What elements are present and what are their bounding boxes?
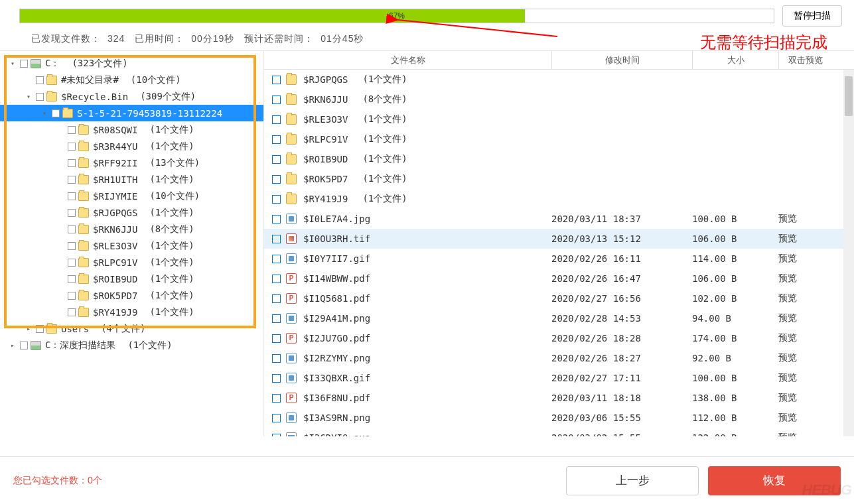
list-scrollbar[interactable] bbox=[843, 70, 854, 436]
col-preview[interactable]: 双击预览 bbox=[779, 51, 854, 69]
tree-checkbox[interactable] bbox=[52, 109, 60, 117]
tree-item[interactable]: $RJGPQGS(1个文件) bbox=[0, 204, 263, 221]
file-row[interactable]: $I1Q5681.pdf2020/02/27 16:56102.00 B预览 bbox=[264, 288, 854, 308]
tree-item[interactable]: $RKN6JJU(8个文件) bbox=[0, 221, 263, 237]
file-checkbox[interactable] bbox=[272, 275, 281, 283]
tree-item[interactable]: $RH1UITH(1个文件) bbox=[0, 171, 263, 188]
file-checkbox[interactable] bbox=[272, 354, 281, 363]
expander-icon[interactable]: ▸ bbox=[8, 342, 17, 349]
tree-item[interactable]: $RIJYMIE(10个文件) bbox=[0, 188, 263, 204]
tree-checkbox[interactable] bbox=[36, 325, 44, 333]
preview-link[interactable]: 预览 bbox=[778, 432, 854, 436]
file-row[interactable]: $I29A41M.png2020/02/28 14:5394.00 B预览 bbox=[264, 308, 854, 328]
col-size[interactable]: 大小 bbox=[693, 51, 779, 69]
file-row[interactable]: $RKN6JJU(8个文件) bbox=[264, 90, 854, 109]
file-checkbox[interactable] bbox=[272, 255, 281, 263]
preview-link[interactable]: 预览 bbox=[778, 372, 854, 384]
preview-link[interactable]: 预览 bbox=[778, 273, 854, 284]
tree-checkbox[interactable] bbox=[68, 126, 76, 134]
file-row[interactable]: $I0OU3RH.tif2020/03/13 15:12106.00 B预览 bbox=[264, 229, 854, 249]
file-row[interactable]: $ROIB9UD(1个文件) bbox=[264, 149, 854, 169]
file-checkbox[interactable] bbox=[272, 115, 281, 124]
tree-checkbox[interactable] bbox=[68, 209, 76, 217]
file-row[interactable]: $I2JU7GO.pdf2020/02/26 18:28174.00 B预览 bbox=[264, 328, 854, 348]
file-row[interactable]: $I3CDYI0.exe2020/03/02 15:55122.00 B预览 bbox=[264, 428, 854, 436]
tree-checkbox[interactable] bbox=[20, 342, 28, 349]
preview-link[interactable]: 预览 bbox=[778, 292, 854, 304]
tree-checkbox[interactable] bbox=[20, 60, 28, 68]
tree-checkbox[interactable] bbox=[36, 76, 44, 84]
tree-item[interactable]: $RLE3O3V(1个文件) bbox=[0, 237, 263, 254]
file-checkbox[interactable] bbox=[272, 374, 281, 383]
file-row[interactable]: $I0Y7II7.gif2020/02/26 16:11114.00 B预览 bbox=[264, 249, 854, 269]
tree-item[interactable]: ▾S-1-5-21-79453819-13112224 bbox=[0, 105, 263, 121]
file-row[interactable]: $ROK5PD7(1个文件) bbox=[264, 169, 854, 189]
preview-link[interactable]: 预览 bbox=[778, 392, 854, 404]
tree-checkbox[interactable] bbox=[68, 176, 76, 184]
tree-item[interactable]: ▸C：深度扫描结果(1个文件) bbox=[0, 337, 263, 353]
file-checkbox[interactable] bbox=[272, 175, 281, 184]
tree-checkbox[interactable] bbox=[68, 143, 76, 151]
tree-item[interactable]: ▸Users(4个文件) bbox=[0, 320, 263, 337]
file-row[interactable]: $RLE3O3V(1个文件) bbox=[264, 109, 854, 129]
file-checkbox[interactable] bbox=[272, 95, 281, 104]
preview-link[interactable]: 预览 bbox=[778, 412, 854, 424]
expander-icon[interactable]: ▸ bbox=[24, 325, 33, 332]
expander-icon[interactable]: ▾ bbox=[24, 93, 33, 100]
file-checkbox[interactable] bbox=[272, 76, 281, 84]
pdf-icon bbox=[286, 273, 297, 284]
preview-link[interactable]: 预览 bbox=[778, 253, 854, 265]
tree-checkbox[interactable] bbox=[36, 93, 44, 101]
file-row[interactable]: $RJGPQGS(1个文件) bbox=[264, 70, 854, 90]
file-row[interactable]: $I0LE7A4.jpg2020/03/11 18:37100.00 B预览 bbox=[264, 209, 854, 229]
col-date[interactable]: 修改时间 bbox=[552, 51, 693, 69]
file-checkbox[interactable] bbox=[272, 414, 281, 422]
tree-checkbox[interactable] bbox=[68, 275, 76, 283]
previous-button[interactable]: 上一步 bbox=[566, 466, 699, 495]
file-checkbox[interactable] bbox=[272, 294, 281, 303]
tree-checkbox[interactable] bbox=[68, 292, 76, 300]
tree-item[interactable]: $RY419J9(1个文件) bbox=[0, 304, 263, 320]
file-checkbox[interactable] bbox=[272, 155, 281, 164]
tree-checkbox[interactable] bbox=[68, 192, 76, 200]
tree-item[interactable]: $R3R44YU(1个文件) bbox=[0, 138, 263, 155]
tree-checkbox[interactable] bbox=[68, 259, 76, 267]
preview-link[interactable]: 预览 bbox=[778, 352, 854, 364]
file-row[interactable]: $RLPC91V(1个文件) bbox=[264, 129, 854, 149]
file-row[interactable]: $I36F8NU.pdf2020/03/11 18:18138.00 B预览 bbox=[264, 388, 854, 408]
file-checkbox[interactable] bbox=[272, 434, 281, 437]
tree-checkbox[interactable] bbox=[68, 308, 76, 316]
file-row[interactable]: $I3AS9RN.png2020/03/06 15:55112.00 B预览 bbox=[264, 408, 854, 428]
tree-item[interactable]: $R08SQWI(1个文件) bbox=[0, 121, 263, 138]
tree-item[interactable]: ▾C：(323个文件) bbox=[0, 55, 263, 72]
tree-item[interactable]: $ROK5PD7(1个文件) bbox=[0, 287, 263, 304]
file-checkbox[interactable] bbox=[272, 394, 281, 403]
scroll-thumb[interactable] bbox=[845, 76, 853, 116]
expander-icon[interactable]: ▾ bbox=[8, 60, 17, 67]
preview-link[interactable]: 预览 bbox=[778, 312, 854, 324]
pause-scan-button[interactable]: 暂停扫描 bbox=[782, 5, 842, 27]
tree-checkbox[interactable] bbox=[68, 242, 76, 250]
preview-link[interactable]: 预览 bbox=[778, 332, 854, 344]
tree-item[interactable]: $RFF92II(13个文件) bbox=[0, 155, 263, 171]
file-checkbox[interactable] bbox=[272, 334, 281, 343]
expander-icon[interactable]: ▾ bbox=[40, 109, 49, 117]
file-row[interactable]: $I14WBWW.pdf2020/02/26 16:47106.00 B预览 bbox=[264, 269, 854, 288]
preview-link[interactable]: 预览 bbox=[778, 213, 854, 225]
file-row[interactable]: $I2RZYMY.png2020/02/26 18:2792.00 B预览 bbox=[264, 348, 854, 368]
file-checkbox[interactable] bbox=[272, 135, 281, 144]
tree-checkbox[interactable] bbox=[68, 159, 76, 167]
file-checkbox[interactable] bbox=[272, 195, 281, 204]
file-checkbox[interactable] bbox=[272, 235, 281, 243]
tree-item[interactable]: #未知父目录#(10个文件) bbox=[0, 72, 263, 88]
file-row[interactable]: $I33QBXR.gif2020/02/27 17:11100.00 B预览 bbox=[264, 368, 854, 388]
preview-link[interactable]: 预览 bbox=[778, 233, 854, 245]
tree-item[interactable]: ▾$Recycle.Bin(309个文件) bbox=[0, 88, 263, 105]
tree-item[interactable]: $ROIB9UD(1个文件) bbox=[0, 271, 263, 287]
file-row[interactable]: $RY419J9(1个文件) bbox=[264, 189, 854, 209]
tree-item[interactable]: $RLPC91V(1个文件) bbox=[0, 254, 263, 271]
col-filename[interactable]: 文件名称 bbox=[264, 51, 552, 69]
tree-checkbox[interactable] bbox=[68, 225, 76, 233]
file-checkbox[interactable] bbox=[272, 215, 281, 223]
file-checkbox[interactable] bbox=[272, 314, 281, 323]
